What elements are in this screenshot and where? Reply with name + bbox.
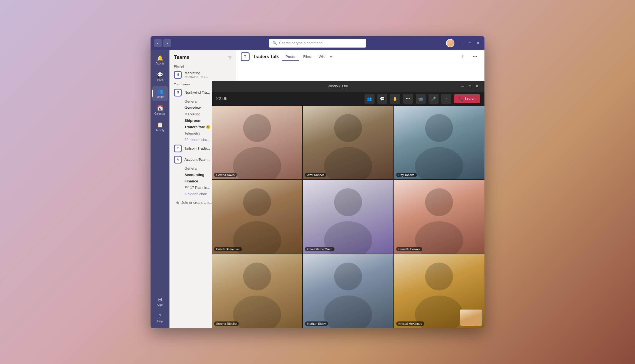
participant-video-4	[236, 180, 302, 254]
chat-icon: 💬	[157, 72, 163, 78]
sidebar-item-chat[interactable]: 💬 Chat	[152, 69, 168, 85]
search-input[interactable]	[279, 41, 363, 45]
team-info: Marketing Northwind Trad...	[184, 71, 208, 78]
channel-name: Traders Talk	[253, 54, 279, 59]
back-button[interactable]: ‹	[154, 39, 162, 47]
team-avatar-inner-account: A	[175, 157, 181, 163]
minimize-button[interactable]: —	[459, 40, 466, 46]
sidebar-item-label-help: Help	[157, 320, 163, 323]
channel-header: T Traders Talk Posts Files Wiki + ℹ •••	[236, 50, 484, 64]
participant-video-3	[394, 106, 484, 179]
sidebar-item-apps[interactable]: ⊞ Apps	[152, 294, 168, 309]
teams-panel-title: Teams	[174, 55, 189, 60]
sidebar-item-calendar[interactable]: 📅 Calendar	[152, 102, 168, 118]
call-toolbar: 22:06 👥 💬 ✋ ••• 📹 🎤 ↑ 📞 Leave	[236, 92, 484, 106]
main-content: 🔔 Activity 💬 Chat 👥 Teams 📅 Calendar 📋 A…	[151, 50, 484, 328]
title-bar-actions: — □ ✕	[446, 39, 481, 47]
more-options-button[interactable]: •••	[403, 94, 413, 104]
phone-icon: 📞	[459, 96, 463, 101]
leave-button[interactable]: 📞 Leave	[454, 94, 480, 103]
call-maximize-button[interactable]: □	[467, 83, 473, 89]
participant-video-6	[394, 180, 484, 254]
call-title-bar: Window Title — □ ✕	[236, 81, 484, 92]
sidebar-bottom: ⊞ Apps ? Help	[152, 294, 168, 328]
participant-video-1	[236, 106, 302, 179]
video-button[interactable]: 📹	[416, 94, 426, 104]
avatar[interactable]	[446, 39, 454, 47]
sidebar-item-teams[interactable]: 👥 Teams	[152, 86, 168, 101]
join-label: Join or create a team	[181, 200, 215, 205]
call-close-button[interactable]: ✕	[474, 83, 480, 89]
window-controls: — □ ✕	[459, 40, 481, 46]
tab-add-button[interactable]: +	[330, 54, 333, 59]
call-minimize-button[interactable]: —	[459, 83, 466, 89]
svg-point-12	[243, 263, 271, 290]
team-avatar-tailspin: T	[174, 145, 182, 152]
raise-hand-button[interactable]: ✋	[390, 94, 400, 104]
participant-label-5: Charlotte de Crum	[305, 247, 334, 251]
svg-point-2	[334, 114, 362, 142]
svg-point-14	[334, 263, 362, 290]
svg-point-0	[243, 114, 271, 142]
video-cell-3: Ray Tanaka	[394, 106, 484, 179]
call-overlay: Window Title — □ ✕ 22:06 👥 💬 ✋ •••	[236, 81, 484, 328]
search-icon: 🔍	[272, 41, 277, 45]
title-bar: ‹ › 🔍 — □ ✕	[151, 36, 484, 50]
channel-tabs: Posts Files Wiki +	[282, 53, 333, 61]
files-icon: 📋	[157, 122, 163, 128]
nav-buttons: ‹ ›	[154, 39, 171, 47]
channel-header-actions: ℹ •••	[458, 52, 480, 62]
video-cell-5: Charlotte de Crum	[303, 180, 393, 254]
more-button[interactable]: •••	[470, 52, 480, 62]
sidebar-item-label-teams: Teams	[156, 95, 164, 98]
video-cell-6: Danielle Booker	[394, 180, 484, 254]
maximize-button[interactable]: □	[467, 40, 473, 46]
video-cell-1: Serena Davis	[236, 106, 302, 179]
call-window-title: Window Title	[236, 84, 459, 88]
sidebar-item-files[interactable]: 📋 Activity	[152, 119, 168, 135]
teams-window: ‹ › 🔍 — □ ✕ 🔔 Activity 💬 Chat	[151, 36, 484, 328]
tab-wiki[interactable]: Wiki	[315, 53, 329, 61]
video-cell-8: Nathan Rigby	[303, 254, 393, 328]
chat-button[interactable]: 💬	[377, 94, 387, 104]
search-bar: 🔍	[269, 39, 366, 48]
team-avatar-inner-northwind: N	[175, 90, 181, 96]
help-icon: ?	[159, 313, 161, 319]
mute-button[interactable]: 🎤	[429, 94, 439, 104]
svg-point-10	[425, 188, 453, 216]
tab-posts[interactable]: Posts	[282, 53, 299, 61]
video-cell-7: Serena Ribeiro	[236, 254, 302, 328]
sidebar-item-label-chat: Chat	[157, 79, 163, 82]
participant-label-4: Babak Shammas	[236, 247, 242, 251]
participants-button[interactable]: 👥	[365, 94, 375, 104]
sidebar-item-label-activity: Activity	[156, 62, 164, 65]
list-item[interactable]: M Marketing Northwind Trad...	[172, 69, 234, 80]
share-button[interactable]: ↑	[441, 94, 451, 104]
team-name-marketing: Marketing	[184, 71, 208, 75]
team-avatar-inner-tailspin: T	[175, 145, 181, 152]
video-cell-2: Azdi Kapoor	[303, 106, 393, 179]
video-cell-4: Babak Shammas	[236, 180, 302, 254]
participant-video-2	[303, 106, 393, 179]
apps-icon: ⊞	[158, 296, 162, 303]
svg-point-7	[236, 221, 281, 254]
participant-video-5	[303, 180, 393, 254]
svg-point-5	[415, 147, 463, 179]
join-icon: ⊕	[176, 200, 179, 205]
tab-files[interactable]: Files	[300, 53, 314, 61]
sidebar-item-activity[interactable]: 🔔 Activity	[152, 52, 168, 68]
forward-button[interactable]: ›	[163, 39, 171, 47]
channel-icon-inner: T	[242, 53, 249, 60]
team-subtitle: Northwind Trad...	[184, 75, 208, 78]
pinned-label: Pinned	[172, 63, 234, 69]
sidebar-item-help[interactable]: ? Help	[152, 310, 168, 326]
video-grid: Serena Davis Azdi Kapoor	[236, 106, 484, 328]
sidebar-item-label-files: Activity	[156, 129, 164, 132]
sidebar-item-label-calendar: Calendar	[154, 112, 166, 115]
participant-label-8: Nathan Rigby	[305, 321, 328, 326]
svg-point-15	[324, 296, 372, 328]
info-button[interactable]: ℹ	[458, 52, 468, 62]
close-button[interactable]: ✕	[474, 40, 481, 46]
activity-icon: 🔔	[157, 55, 163, 61]
filter-icon[interactable]: ▽	[228, 55, 232, 60]
